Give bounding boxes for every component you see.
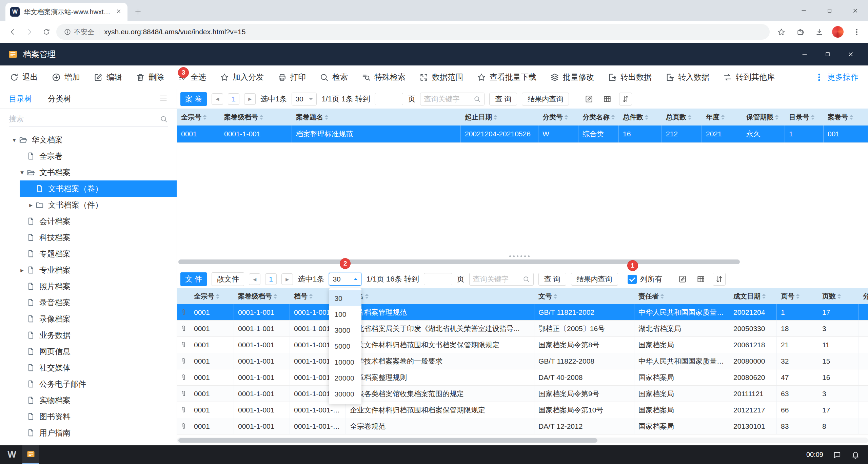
tree-item[interactable]: 录像档案: [0, 311, 177, 327]
table-row[interactable]: 0001 0001-1-001 0001-1-001-004 科学技术档案案卷的…: [177, 353, 868, 369]
tree-item[interactable]: 录音档案: [0, 294, 177, 311]
tab-close-icon[interactable]: [115, 8, 123, 16]
sort-button[interactable]: [713, 273, 726, 286]
column-header[interactable]: 年度: [702, 109, 742, 125]
current-page[interactable]: 1: [228, 93, 239, 105]
tree-item[interactable]: 专题档案: [0, 246, 177, 262]
window-minimize-button[interactable]: [791, 0, 816, 21]
tree-expander-icon[interactable]: [18, 266, 26, 274]
sort-icon[interactable]: [554, 294, 557, 299]
add-button[interactable]: 增加: [52, 72, 80, 82]
edit-mode-button[interactable]: [676, 273, 689, 286]
sort-icon[interactable]: [796, 294, 800, 299]
reload-icon[interactable]: [39, 25, 54, 39]
sort-icon[interactable]: [775, 115, 778, 120]
tree-item[interactable]: 照片档案: [0, 278, 177, 294]
delete-button[interactable]: 删除: [136, 72, 164, 82]
page-size-select[interactable]: 30: [329, 273, 361, 286]
tree-item[interactable]: 公务电子邮件: [0, 376, 177, 392]
menu-icon[interactable]: [850, 26, 863, 38]
tree-item[interactable]: 科技档案: [0, 229, 177, 246]
file-tab[interactable]: 文 件: [180, 272, 207, 286]
column-header[interactable]: 题名: [346, 288, 534, 304]
security-chip[interactable]: 不安全: [64, 27, 94, 37]
forward-icon[interactable]: [22, 25, 37, 39]
sort-icon[interactable]: [565, 115, 568, 120]
prev-page-button[interactable]: ◀: [249, 273, 260, 285]
sort-icon[interactable]: [850, 115, 853, 120]
middle-horizontal-scrollbar[interactable]: [178, 259, 740, 264]
sort-icon[interactable]: [309, 294, 313, 299]
query-button[interactable]: 查 询: [538, 273, 566, 286]
app-close-button[interactable]: [841, 46, 861, 62]
tree-item[interactable]: 专业档案: [0, 262, 177, 278]
url-input[interactable]: 不安全 xysh.eu.org:8848/Lams/vue/index.html…: [56, 24, 770, 40]
edit-mode-button[interactable]: [583, 93, 595, 105]
sort-icon[interactable]: [365, 294, 369, 299]
sort-icon[interactable]: [811, 115, 814, 120]
tab-directory-tree[interactable]: 目录树: [9, 94, 32, 104]
search-icon[interactable]: [522, 275, 530, 283]
next-page-button[interactable]: ▶: [281, 273, 293, 285]
special-search-button[interactable]: 特殊检索: [361, 72, 406, 82]
view-batch-download-button[interactable]: 查看批量下载: [477, 72, 536, 82]
sort-icon[interactable]: [721, 115, 725, 120]
tree-expander-icon[interactable]: [18, 169, 26, 176]
splitter-drag-dots[interactable]: [509, 255, 530, 257]
sort-icon[interactable]: [203, 115, 206, 120]
bell-icon[interactable]: [851, 450, 860, 459]
dropdown-option[interactable]: 30: [329, 290, 361, 306]
page-size-select[interactable]: 30: [292, 93, 317, 105]
sort-icon[interactable]: [611, 115, 615, 120]
query-button[interactable]: 查 询: [489, 93, 517, 105]
profile-avatar[interactable]: [832, 26, 844, 38]
new-tab-button[interactable]: [130, 4, 146, 20]
column-header[interactable]: 页数: [818, 288, 859, 304]
table-row[interactable]: 0001 0001-1-001 0001-1-001-007 企业文件材料归档范…: [177, 402, 868, 418]
sort-icon[interactable]: [688, 115, 691, 120]
app-maximize-button[interactable]: [818, 46, 837, 62]
extensions-icon[interactable]: [794, 26, 806, 38]
print-button[interactable]: 打印: [277, 72, 306, 82]
volume-tab[interactable]: 案 卷: [180, 92, 207, 106]
column-header[interactable]: 文号: [534, 288, 634, 304]
column-header[interactable]: 分类号: [859, 288, 868, 304]
tree-item[interactable]: 全宗卷: [0, 148, 177, 164]
column-header[interactable]: 总页数: [662, 109, 702, 125]
table-row[interactable]: 0001 0001-1-001 档案整理标准规范 20021204-202105…: [177, 125, 868, 143]
sort-icon[interactable]: [325, 115, 328, 120]
tree-item[interactable]: 文书档案: [0, 164, 177, 180]
horizontal-splitter[interactable]: [177, 258, 868, 266]
column-header[interactable]: 保管期限: [742, 109, 785, 125]
search-button[interactable]: 检索: [319, 72, 348, 82]
import-data-button[interactable]: 转入数据: [665, 72, 709, 82]
column-header[interactable]: 全宗号: [177, 109, 220, 125]
dropdown-option[interactable]: 10000: [329, 354, 361, 370]
column-header[interactable]: 责任者: [634, 288, 729, 304]
column-header[interactable]: 成文日期: [729, 288, 777, 304]
column-header[interactable]: 目录号: [785, 109, 824, 125]
dropdown-option[interactable]: 3000: [329, 322, 361, 338]
column-header[interactable]: 案卷级档号: [220, 109, 292, 125]
column-header[interactable]: 案卷级档号: [234, 288, 290, 304]
column-header[interactable]: 分类号: [538, 109, 578, 125]
table-row[interactable]: 0001 0001-1-001 0001-1-001-006 各级各类档案馆收集…: [177, 386, 868, 402]
taskbar-archive-app-icon[interactable]: [22, 445, 39, 464]
tree-item[interactable]: 华文档案: [0, 132, 177, 148]
sort-icon[interactable]: [216, 294, 219, 299]
message-icon[interactable]: [833, 450, 842, 459]
tree-item[interactable]: 实物档案: [0, 392, 177, 408]
scrollbar-thumb[interactable]: [178, 438, 597, 443]
edit-button[interactable]: 编辑: [94, 72, 122, 82]
window-maximize-button[interactable]: [816, 0, 842, 21]
download-icon[interactable]: [813, 26, 825, 38]
prev-page-button[interactable]: ◀: [212, 93, 223, 105]
column-header[interactable]: 起止日期: [461, 109, 538, 125]
search-icon[interactable]: [473, 95, 481, 103]
current-page[interactable]: 1: [265, 273, 277, 285]
sort-icon[interactable]: [837, 294, 841, 299]
w-logo[interactable]: W: [4, 445, 20, 464]
sort-icon[interactable]: [762, 294, 766, 299]
column-header[interactable]: 案卷题名: [292, 109, 461, 125]
result-query-button[interactable]: 结果内查询: [571, 273, 618, 286]
